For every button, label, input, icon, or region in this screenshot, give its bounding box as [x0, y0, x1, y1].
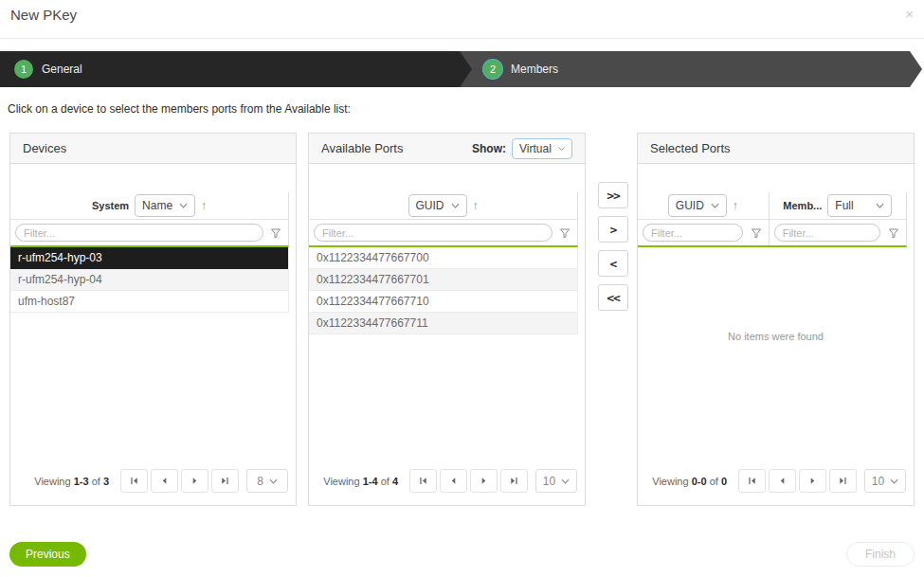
devices-sort-column-label: System [92, 200, 129, 211]
device-row[interactable]: r-ufm254-hyp-03 [10, 247, 288, 269]
move-selected-left-button[interactable]: < [598, 250, 628, 277]
devices-panel-title: Devices [23, 141, 66, 155]
first-page-button[interactable] [409, 469, 437, 493]
filter-funnel-icon[interactable] [749, 227, 764, 239]
previous-page-button[interactable] [769, 469, 796, 493]
wizard-step-members[interactable]: 2 Members [457, 51, 922, 87]
transfer-button-group: >> > < << [598, 182, 628, 311]
available-filter-input[interactable] [314, 224, 553, 242]
chevron-down-icon [711, 203, 719, 208]
available-ports-list: 0x1122334477667700 0x1122334477667701 0x… [309, 247, 578, 334]
move-all-right-button[interactable]: >> [598, 182, 628, 208]
selected-guid-sort-select[interactable]: GUID [668, 194, 727, 217]
available-ports-panel: Available Ports Show: Virtual GUID ↑ 0x1… [308, 133, 586, 506]
available-grid-head: GUID ↑ [309, 192, 578, 247]
chevron-down-icon [890, 478, 898, 484]
filter-funnel-icon[interactable] [268, 227, 283, 239]
available-sort-direction-icon[interactable]: ↑ [473, 199, 479, 212]
first-page-button[interactable] [738, 469, 766, 493]
header-divider [0, 38, 924, 39]
show-label: Show: [472, 142, 506, 155]
devices-sort-field-select[interactable]: Name [135, 194, 195, 217]
step-2-number-badge: 2 [483, 60, 502, 79]
available-viewing-text: Viewing 1-4 of 4 [323, 476, 398, 487]
device-row[interactable]: r-ufm254-hyp-04 [10, 269, 288, 291]
chevron-down-icon [269, 478, 278, 484]
devices-pagination: Viewing 1-3 of 3 8 [34, 469, 288, 493]
available-port-row[interactable]: 0x1122334477667711 [309, 313, 577, 334]
devices-grid-head: System Name ↑ [10, 192, 289, 247]
selected-pagination: Viewing 0-0 of 0 10 [652, 469, 906, 493]
empty-list-message: No items were found [638, 331, 914, 342]
last-page-button[interactable] [829, 469, 857, 493]
finish-button[interactable]: Finish [846, 542, 915, 567]
available-port-row[interactable]: 0x1122334477667710 [309, 291, 577, 313]
instruction-text: Click on a device to select the members … [8, 102, 351, 116]
available-page-size-select[interactable]: 10 [535, 469, 577, 493]
devices-page-size-select[interactable]: 8 [246, 469, 288, 493]
membership-column-label: Memb... [783, 200, 822, 211]
devices-filter-input[interactable] [15, 224, 263, 242]
filter-funnel-icon[interactable] [886, 227, 901, 239]
close-icon[interactable]: × [905, 7, 914, 21]
show-type-select[interactable]: Virtual [512, 138, 572, 159]
step-2-label: Members [511, 63, 558, 76]
selected-page-size-select[interactable]: 10 [864, 469, 906, 493]
last-page-button[interactable] [211, 469, 239, 493]
move-selected-right-button[interactable]: > [598, 216, 628, 243]
available-sort-field-select[interactable]: GUID [408, 194, 467, 217]
move-all-left-button[interactable]: << [598, 284, 628, 311]
devices-viewing-text: Viewing 1-3 of 3 [34, 476, 109, 487]
first-page-button[interactable] [120, 469, 148, 493]
selected-viewing-text: Viewing 0-0 of 0 [652, 476, 727, 487]
device-row[interactable]: ufm-host87 [10, 291, 288, 313]
chevron-down-icon [558, 146, 565, 152]
step-1-number-badge: 1 [14, 60, 33, 79]
selected-ports-panel: Selected Ports GUID ↑ Memb... Full [637, 133, 915, 506]
previous-button[interactable]: Previous [9, 542, 86, 567]
last-page-button[interactable] [500, 469, 528, 493]
dialog-title: New PKey [10, 7, 77, 23]
chevron-down-icon [876, 203, 884, 208]
chevron-down-icon [561, 478, 570, 484]
next-page-button[interactable] [181, 469, 208, 493]
selected-sort-direction-icon[interactable]: ↑ [733, 199, 738, 212]
devices-panel: Devices System Name ↑ r-ufm254-hyp-03 r-… [9, 133, 297, 506]
membership-select[interactable]: Full [827, 194, 892, 217]
selected-ports-title: Selected Ports [650, 141, 731, 155]
selected-guid-filter-input[interactable] [643, 224, 743, 242]
step-1-label: General [42, 63, 82, 76]
devices-list: r-ufm254-hyp-03 r-ufm254-hyp-04 ufm-host… [10, 247, 289, 313]
wizard-step-general[interactable]: 1 General [0, 51, 472, 87]
available-port-row[interactable]: 0x1122334477667700 [309, 247, 577, 269]
next-page-button[interactable] [799, 469, 826, 493]
previous-page-button[interactable] [151, 469, 178, 493]
selected-membership-filter-input[interactable] [774, 224, 880, 242]
previous-page-button[interactable] [440, 469, 467, 493]
chevron-down-icon [179, 203, 188, 208]
available-port-row[interactable]: 0x1122334477667701 [309, 269, 577, 291]
next-page-button[interactable] [470, 469, 498, 493]
available-pagination: Viewing 1-4 of 4 10 [323, 469, 577, 493]
available-ports-title: Available Ports [321, 141, 403, 155]
chevron-down-icon [451, 203, 460, 208]
selected-grid-head: GUID ↑ Memb... Full [638, 192, 907, 247]
filter-funnel-icon[interactable] [557, 227, 572, 239]
devices-sort-direction-icon[interactable]: ↑ [201, 199, 207, 212]
wizard-steps: 2 Members 1 General [0, 51, 924, 87]
